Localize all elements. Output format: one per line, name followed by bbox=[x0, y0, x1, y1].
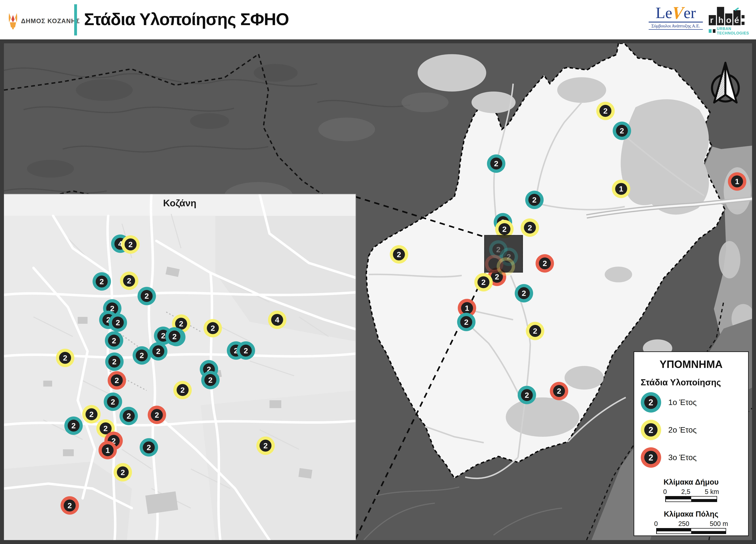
marker-value: 2 bbox=[108, 335, 120, 347]
marker-value: 2 bbox=[599, 105, 611, 117]
city-scale-title: Κλίμακα Πόλης bbox=[641, 510, 742, 518]
marker-value: 2 bbox=[123, 275, 135, 287]
header: ΔΗΜΟΣ ΚΟΖΑΝΗΣ Στάδια Υλοποίησης ΣΦΗΟ LeV… bbox=[0, 0, 756, 39]
marker-value: 2 bbox=[521, 389, 533, 401]
page-title: Στάδια Υλοποίησης ΣΦΗΟ bbox=[84, 10, 289, 29]
city-scale-ticks: 0250500 m bbox=[654, 520, 728, 527]
map-marker: 2 bbox=[526, 322, 544, 340]
inset-city-map: Κοζάνη 422222222422222222222222222222221… bbox=[4, 194, 356, 540]
inset-map-marker: 2 bbox=[119, 407, 138, 425]
map-layout-page: ΔΗΜΟΣ ΚΟΖΑΝΗΣ Στάδια Υλοποίησης ΣΦΗΟ LeV… bbox=[0, 0, 756, 544]
map-marker: 2 bbox=[457, 313, 475, 331]
inset-map-marker: 2 bbox=[256, 437, 275, 455]
marker-value: 2 bbox=[644, 423, 658, 437]
marker-value: 2 bbox=[136, 350, 148, 362]
inset-map-marker: 2 bbox=[109, 313, 127, 332]
marker-value: 2 bbox=[518, 287, 530, 299]
marker-value: 2 bbox=[498, 223, 510, 235]
marker-value: 2 bbox=[528, 194, 540, 206]
rhoe-dark-square bbox=[713, 29, 716, 33]
legend-title: ΥΠΟΜΝΗΜΑ bbox=[641, 358, 742, 370]
marker-value: 2 bbox=[96, 276, 108, 288]
marker-value: 2 bbox=[112, 317, 124, 329]
map-marker: 2 bbox=[518, 386, 536, 404]
rhoe-skyline-icon: r h o é bbox=[709, 6, 753, 25]
marker-value: 2 bbox=[108, 356, 120, 368]
map-marker: 1 bbox=[612, 180, 630, 198]
city-scale-bar bbox=[656, 528, 726, 534]
map-marker: 2 bbox=[390, 245, 408, 264]
inset-map-marker: 2 bbox=[120, 272, 138, 290]
legend-marker-icon: 2 bbox=[641, 447, 661, 468]
marker-value: 2 bbox=[125, 238, 137, 250]
marker-value: 2 bbox=[393, 248, 405, 260]
marker-value: 2 bbox=[553, 385, 565, 397]
lever-subtitle: Σύμβουλοι Ανάπτυξης Α.Ε. bbox=[649, 22, 703, 30]
marker-value: 2 bbox=[477, 276, 489, 288]
scale-tick-label: 250 bbox=[678, 520, 689, 527]
lever-logo: LeVer Σύμβουλοι Ανάπτυξης Α.Ε. bbox=[649, 5, 703, 30]
legend-item: 21ο Έτος bbox=[641, 392, 742, 413]
municipal-scale-bar bbox=[665, 496, 717, 502]
marker-value: 2 bbox=[169, 331, 181, 342]
map-marker: 2 bbox=[536, 254, 554, 273]
marker-value: 1 bbox=[615, 183, 627, 195]
lever-v-check: V bbox=[670, 4, 686, 22]
marker-value: 4 bbox=[271, 314, 283, 326]
inset-map-marker: 2 bbox=[82, 405, 101, 423]
marker-value: 2 bbox=[616, 125, 628, 137]
inset-title: Κοζάνη bbox=[163, 197, 196, 208]
marker-value: 2 bbox=[460, 316, 472, 328]
legend-marker-icon: 2 bbox=[641, 392, 661, 413]
inset-map-marker: 2 bbox=[149, 342, 167, 361]
inset-map-marker: 2 bbox=[108, 371, 126, 390]
marker-value: 2 bbox=[117, 466, 129, 478]
extent-dimmed-marker bbox=[497, 257, 515, 276]
inset-map-marker: 2 bbox=[104, 393, 122, 411]
marker-value: 2 bbox=[204, 374, 216, 386]
inset-map-marker: 2 bbox=[64, 416, 83, 435]
marker-value: 2 bbox=[86, 408, 97, 420]
inset-map-marker: 1 bbox=[98, 441, 117, 459]
marker-value: 2 bbox=[524, 222, 536, 234]
marker-value: 2 bbox=[111, 374, 123, 386]
marker-value: 2 bbox=[151, 409, 163, 421]
kozani-crown-icon bbox=[8, 13, 18, 29]
legend-item-label: 2ο Έτος bbox=[668, 425, 697, 434]
map-frame: Κοζάνη 422222222422222222222222222222221… bbox=[0, 39, 756, 544]
marker-value: 2 bbox=[107, 396, 119, 408]
legend-item: 23ο Έτος bbox=[641, 447, 742, 468]
marker-value bbox=[500, 261, 512, 273]
extent-indicator-square: 22 bbox=[484, 235, 523, 273]
inset-map-marker: 2 bbox=[56, 349, 74, 367]
map-marker: 1 bbox=[728, 172, 746, 191]
legend-subtitle: Στάδια Υλοποίησης bbox=[641, 377, 742, 387]
scale-tick-label: 0 bbox=[663, 488, 667, 495]
main-map: Κοζάνη 422222222422222222222222222222221… bbox=[4, 43, 752, 540]
map-marker: 2 bbox=[515, 284, 533, 302]
marker-value: 2 bbox=[644, 396, 658, 409]
marker-value: 2 bbox=[152, 345, 164, 357]
legend-item: 22ο Έτος bbox=[641, 420, 742, 440]
legend-marker-icon: 2 bbox=[641, 420, 661, 440]
legend-box: ΥΠΟΜΝΗΜΑ Στάδια Υλοποίησης 21ο Έτος22ο Έ… bbox=[634, 351, 749, 536]
inset-map-marker: 2 bbox=[105, 352, 124, 371]
map-marker: 2 bbox=[550, 382, 568, 400]
inset-map-marker: 2 bbox=[133, 346, 151, 365]
inset-map-marker: 2 bbox=[138, 287, 156, 305]
marker-value: 2 bbox=[123, 410, 135, 422]
marker-value: 2 bbox=[539, 257, 551, 269]
inset-map-marker: 2 bbox=[105, 331, 123, 350]
marker-value: 2 bbox=[143, 441, 155, 453]
map-marker: 2 bbox=[474, 273, 493, 291]
marker-value: 2 bbox=[490, 158, 502, 170]
scale-tick-label: 2,5 bbox=[681, 488, 691, 495]
north-arrow-icon bbox=[708, 60, 743, 108]
inset-map-marker: 2 bbox=[93, 272, 111, 291]
marker-value: 2 bbox=[529, 325, 541, 337]
rhoe-teal-square bbox=[709, 29, 712, 33]
municipality-name: ΔΗΜΟΣ ΚΟΖΑΝΗΣ bbox=[21, 18, 80, 25]
scale-tick-label: 500 m bbox=[710, 520, 728, 527]
inset-map-marker: 2 bbox=[237, 341, 255, 360]
marker-value: 2 bbox=[59, 352, 71, 364]
